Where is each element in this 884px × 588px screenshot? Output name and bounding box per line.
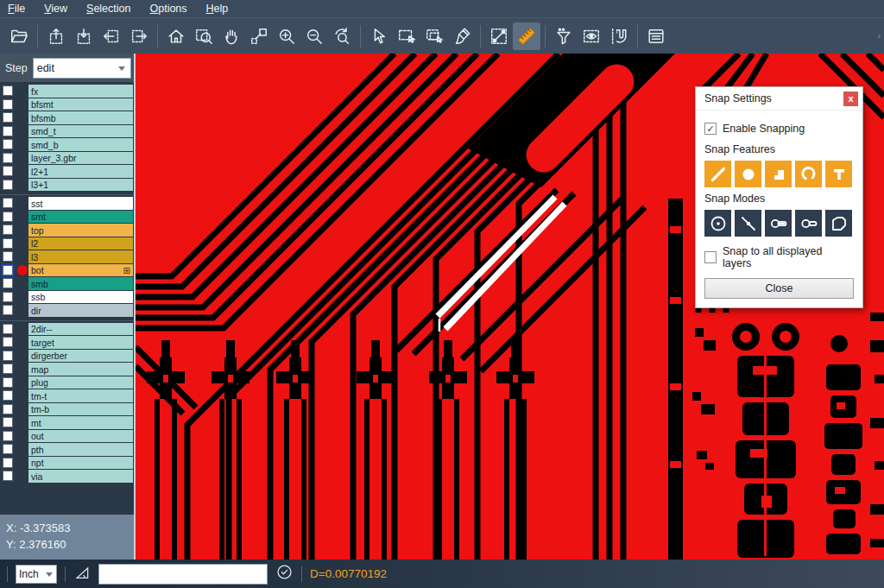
snap-all-layers-row[interactable]: Snap to all displayed layers bbox=[704, 245, 854, 269]
layer-visibility-checkbox[interactable] bbox=[3, 324, 13, 334]
layer-row-dir[interactable]: dir bbox=[0, 304, 134, 317]
snap-feature-surface-button[interactable] bbox=[765, 161, 792, 187]
menu-selection[interactable]: Selection bbox=[86, 3, 130, 15]
layer-row-ssb[interactable]: ssb bbox=[0, 291, 134, 304]
menu-help[interactable]: Help bbox=[206, 3, 229, 15]
layer-row-npt[interactable]: npt bbox=[0, 457, 134, 470]
snap-mode-pad-entry-button[interactable] bbox=[765, 210, 792, 237]
grid-icon[interactable]: ⊞ bbox=[123, 266, 130, 275]
pan-hand-button[interactable] bbox=[218, 22, 245, 50]
layer-visibility-checkbox[interactable] bbox=[3, 153, 13, 163]
layer-visibility-checkbox[interactable] bbox=[3, 364, 13, 374]
layer-row-mt[interactable]: mt bbox=[0, 416, 134, 429]
layer-visibility-checkbox[interactable] bbox=[3, 198, 13, 208]
layer-visibility-checkbox[interactable] bbox=[3, 305, 13, 315]
layer-visibility-checkbox[interactable] bbox=[3, 278, 13, 288]
shift-left-button[interactable] bbox=[98, 22, 125, 50]
snap-feature-line-button[interactable] bbox=[704, 161, 731, 187]
export-top-button[interactable] bbox=[42, 22, 70, 50]
dialog-titlebar[interactable]: Snap Settings x bbox=[696, 87, 862, 111]
snap-mode-pad-outline-button[interactable] bbox=[795, 210, 822, 237]
layer-row-target[interactable]: target bbox=[0, 336, 134, 349]
layer-visibility-checkbox[interactable] bbox=[3, 351, 13, 361]
layer-visibility-checkbox[interactable] bbox=[3, 139, 13, 149]
menu-file[interactable]: File bbox=[8, 3, 25, 15]
layer-row-smd_t[interactable]: smd_t bbox=[0, 125, 134, 138]
snap-feature-text-button[interactable] bbox=[825, 161, 852, 187]
select-group-button[interactable] bbox=[420, 22, 448, 50]
layer-visibility-checkbox[interactable] bbox=[3, 99, 13, 110]
report-list-button[interactable] bbox=[642, 22, 670, 50]
layer-row-dirgerber[interactable]: dirgerber bbox=[0, 350, 134, 363]
snap-mode-midpoint-button[interactable] bbox=[735, 210, 761, 237]
layer-row-bot[interactable]: bot⊞ bbox=[0, 264, 134, 277]
layer-visibility-checkbox[interactable] bbox=[3, 458, 13, 468]
layer-visibility-checkbox[interactable] bbox=[3, 85, 13, 96]
layer-row-map[interactable]: map bbox=[0, 363, 134, 376]
layer-row-pth[interactable]: pth bbox=[0, 443, 134, 456]
layer-row-out[interactable]: out bbox=[0, 430, 134, 443]
view-options-button[interactable] bbox=[578, 22, 605, 50]
open-file-button[interactable] bbox=[5, 22, 33, 50]
draw-line-button[interactable] bbox=[485, 22, 513, 50]
zoom-reset-button[interactable] bbox=[328, 22, 356, 50]
home-view-button[interactable] bbox=[162, 22, 190, 50]
confirm-circle-icon[interactable] bbox=[275, 563, 294, 585]
shift-right-button[interactable] bbox=[125, 22, 153, 50]
layer-visibility-checkbox[interactable] bbox=[3, 390, 13, 401]
layer-row-sst[interactable]: sst bbox=[0, 197, 134, 210]
select-cursor-button[interactable] bbox=[365, 22, 393, 50]
layer-row-l3[interactable]: l3 bbox=[0, 250, 134, 263]
measure-ruler-button[interactable] bbox=[513, 22, 540, 50]
layer-visibility-checkbox[interactable] bbox=[3, 337, 13, 347]
layer-visibility-checkbox[interactable] bbox=[3, 444, 13, 454]
layer-row-tm-t[interactable]: tm-t bbox=[0, 389, 134, 402]
menu-options[interactable]: Options bbox=[149, 3, 186, 15]
zoom-area-button[interactable] bbox=[190, 22, 218, 50]
snap-all-layers-checkbox[interactable] bbox=[704, 251, 717, 263]
snap-feature-arc-button[interactable] bbox=[795, 161, 822, 187]
filter-button[interactable] bbox=[550, 22, 578, 50]
layer-visibility-checkbox[interactable] bbox=[3, 251, 13, 262]
layer-row-smt[interactable]: smt bbox=[0, 211, 134, 224]
layer-row-bfsmb[interactable]: bfsmb bbox=[0, 111, 134, 124]
unit-select[interactable]: Inch bbox=[16, 565, 57, 584]
menu-view[interactable]: View bbox=[44, 3, 67, 15]
layer-visibility-checkbox[interactable] bbox=[3, 166, 13, 176]
layer-visibility-checkbox[interactable] bbox=[3, 404, 13, 414]
snap-magnet-button[interactable] bbox=[605, 22, 633, 50]
layer-row-tm-b[interactable]: tm-b bbox=[0, 403, 134, 416]
layer-row-top[interactable]: top bbox=[0, 224, 134, 237]
zoom-out-button[interactable] bbox=[300, 22, 328, 50]
layer-row-bfsmt[interactable]: bfsmt bbox=[0, 98, 134, 111]
layer-visibility-checkbox[interactable] bbox=[3, 292, 13, 302]
layer-row-plug[interactable]: plug bbox=[0, 376, 134, 389]
step-select[interactable]: edit bbox=[33, 58, 131, 79]
enable-snapping-row[interactable]: ✓ Enable Snapping bbox=[704, 123, 854, 135]
import-top-button[interactable] bbox=[70, 22, 98, 50]
layer-visibility-checkbox[interactable] bbox=[3, 417, 13, 427]
layer-visibility-checkbox[interactable] bbox=[3, 180, 13, 190]
enable-snapping-checkbox[interactable]: ✓ bbox=[704, 123, 717, 135]
snap-feature-pad-button[interactable] bbox=[735, 161, 761, 187]
layer-row-2dir--[interactable]: 2dir-- bbox=[0, 323, 134, 336]
layer-visibility-checkbox[interactable] bbox=[3, 265, 13, 275]
pcb-canvas[interactable]: Snap Settings x ✓ Enable Snapping Snap F… bbox=[136, 54, 884, 560]
layer-row-l2+1[interactable]: l2+1 bbox=[0, 165, 134, 178]
layer-visibility-checkbox[interactable] bbox=[3, 112, 13, 123]
layer-visibility-checkbox[interactable] bbox=[3, 212, 13, 222]
layer-visibility-checkbox[interactable] bbox=[3, 471, 13, 481]
layer-row-via[interactable]: via bbox=[0, 470, 134, 483]
layer-row-fx[interactable]: fx bbox=[0, 85, 134, 98]
layer-visibility-checkbox[interactable] bbox=[3, 377, 13, 388]
clean-brush-button[interactable] bbox=[448, 22, 476, 50]
layer-row-smb[interactable]: smb bbox=[0, 277, 134, 290]
layer-visibility-checkbox[interactable] bbox=[3, 224, 13, 235]
snap-mode-contour-button[interactable] bbox=[825, 210, 852, 237]
toolbar-overflow-icon[interactable]: › bbox=[878, 31, 881, 41]
layer-visibility-checkbox[interactable] bbox=[3, 126, 13, 136]
layer-visibility-checkbox[interactable] bbox=[3, 431, 13, 441]
layer-row-l3+1[interactable]: l3+1 bbox=[0, 179, 134, 192]
select-rect-button[interactable] bbox=[393, 22, 420, 50]
close-icon[interactable]: x bbox=[843, 92, 858, 106]
